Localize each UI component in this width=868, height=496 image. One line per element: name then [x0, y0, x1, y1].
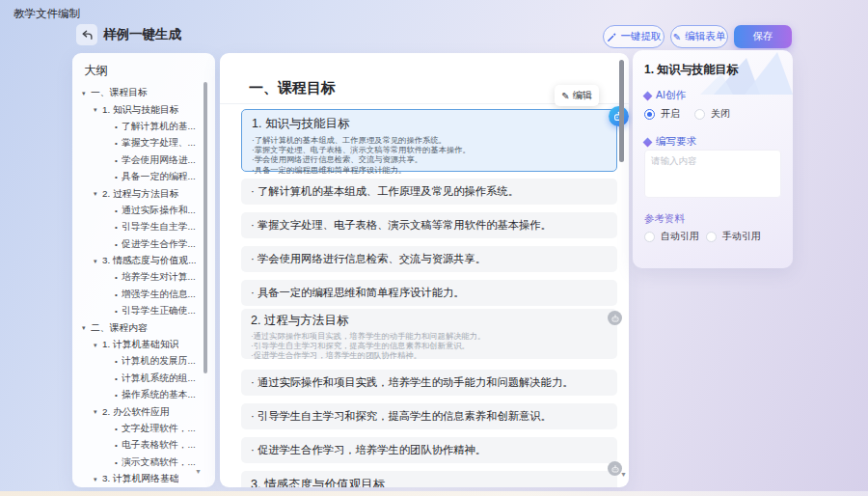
outline-item[interactable]: •演示文稿软件，...	[72, 455, 207, 471]
outline-item-label: 操作系统的基本...	[122, 389, 196, 401]
outline-item[interactable]: •学会使用网络进...	[72, 152, 207, 169]
requirement-input[interactable]	[644, 150, 781, 198]
bullet-icon: •	[115, 357, 122, 366]
chevron-down-icon[interactable]: ▾	[94, 342, 102, 349]
ai-generate-button[interactable]	[608, 311, 622, 325]
edit-form-button[interactable]: ✎ 编辑表单	[670, 25, 728, 48]
outline-item-course-content[interactable]: ▾二、课程内容	[72, 319, 207, 336]
outline-item-knowledge-goal[interactable]: ▾1. 知识与技能目标	[72, 101, 207, 118]
editor-scrollbar[interactable]	[619, 60, 624, 162]
outline-item[interactable]: •引导学生自主学...	[72, 219, 207, 235]
outline-item-label: 1. 计算机基础知识	[102, 339, 178, 351]
diamond-icon	[643, 137, 653, 147]
summary-card-title: 2. 过程与方法目标	[251, 313, 608, 329]
outline-item[interactable]: •促进学生合作学...	[72, 236, 207, 253]
bullet-icon: •	[115, 307, 122, 316]
goal-item[interactable]: · 具备一定的编程思维和简单程序设计能力。	[241, 280, 617, 306]
outline-item-computer-basics[interactable]: ▾1. 计算机基础知识	[72, 337, 207, 353]
summary-card-title: 1. 知识与技能目标	[252, 116, 607, 132]
edit-button[interactable]: ✎ 编辑	[555, 85, 599, 106]
outline-item-label: 计算机的发展历...	[122, 355, 196, 368]
outline-item[interactable]: •文字处理软件，...	[72, 421, 207, 437]
outline-item-label: 通过实际操作和...	[122, 205, 196, 217]
outline-item-network-basics[interactable]: ▾3. 计算机网络基础	[72, 471, 207, 487]
summary-card-knowledge-goal[interactable]: 1. 知识与技能目标 ·了解计算机的基本组成、工作原理及常见的操作系统。 ·掌握…	[241, 109, 617, 172]
goal-item[interactable]: · 引导学生自主学习和探究，提高学生的信息素养和创新意识。	[241, 403, 617, 429]
goal-item[interactable]: · 掌握文字处理、电子表格、演示文稿等常用软件的基本操作。	[241, 212, 617, 238]
outline-item-course-goals[interactable]: ▾一、课程目标	[72, 85, 207, 101]
back-button[interactable]	[76, 24, 97, 45]
chevron-down-icon[interactable]: ▾	[94, 408, 102, 416]
goal-item[interactable]: · 通过实际操作和项目实践，培养学生的动手能力和问题解决能力。	[241, 370, 617, 396]
goal-item[interactable]: · 学会使用网络进行信息检索、交流与资源共享。	[241, 246, 617, 272]
chevron-down-icon[interactable]: ▾	[94, 258, 102, 265]
outline-item[interactable]: •引导学生正确使...	[72, 303, 207, 319]
outline-item-label: 引导学生自主学...	[122, 221, 196, 234]
ai-creation-section-header: AI创作	[644, 89, 686, 102]
extract-button[interactable]: 一键提取	[603, 25, 665, 48]
outline-scrollbar[interactable]	[203, 82, 207, 373]
outline-item-label: 具备一定的编程...	[122, 171, 196, 183]
chevron-down-icon[interactable]: ▾	[82, 90, 91, 97]
chevron-down-icon[interactable]: ▾	[94, 476, 102, 483]
radio-icon[interactable]	[694, 109, 705, 120]
goal-item-text: · 促进学生合作学习，培养学生的团队协作精神。	[251, 443, 486, 457]
goal-item[interactable]: · 了解计算机的基本组成、工作原理及常见的操作系统。	[241, 179, 617, 205]
goal-item[interactable]: · 促进学生合作学习，培养学生的团队协作精神。	[241, 437, 617, 463]
manual-cite-option[interactable]: 手动引用	[706, 230, 761, 243]
chevron-down-icon[interactable]: ▾	[94, 190, 102, 198]
outline-item-label: 3. 计算机网络基础	[102, 473, 178, 485]
auto-cite-option[interactable]: 自动引用	[644, 230, 699, 243]
outline-tree: ▾一、课程目标 ▾1. 知识与技能目标 •了解计算机的基... •掌握文字处理、…	[72, 85, 207, 487]
chevron-down-icon[interactable]: ▾	[82, 324, 91, 332]
bullet-icon: •	[115, 207, 122, 215]
outline-item-label: 文字处理软件，...	[122, 423, 196, 435]
ai-off-radio[interactable]: 关闭	[694, 107, 730, 121]
radio-icon[interactable]	[644, 232, 655, 242]
radio-icon[interactable]	[706, 232, 717, 242]
outline-item[interactable]: •增强学生的信息...	[72, 287, 207, 303]
editor-scroll-down-icon[interactable]: ▼	[620, 471, 627, 478]
goal-item-text: · 通过实际操作和项目实践，培养学生的动手能力和问题解决能力。	[251, 375, 574, 390]
back-arrow-icon	[81, 29, 94, 41]
outline-item[interactable]: •通过实际操作和...	[72, 203, 207, 219]
outline-item[interactable]: •培养学生对计算...	[72, 269, 207, 286]
outline-title: 大纲	[84, 63, 108, 79]
bullet-icon: •	[115, 458, 122, 467]
edit-form-button-label: 编辑表单	[685, 30, 725, 43]
outline-item-label: 1. 知识与技能目标	[102, 104, 178, 117]
outline-scroll-down-icon[interactable]: ▼	[195, 468, 202, 475]
bullet-icon: •	[115, 425, 122, 433]
outline-item-label: 了解计算机的基...	[122, 121, 196, 133]
save-button[interactable]: 保存	[734, 25, 792, 48]
chevron-down-icon[interactable]: ▾	[94, 106, 102, 114]
outline-item[interactable]: •具备一定的编程...	[72, 169, 207, 185]
document-editor: 一、课程目标 ✎ 编辑 1. 知识与技能目标 ·了解计算机的基本组成、工作原理及…	[220, 53, 629, 487]
outline-item[interactable]: •计算机系统的组...	[72, 371, 207, 387]
outline-item[interactable]: •电子表格软件，...	[72, 437, 207, 454]
summary-line: ·学会使用网络进行信息检索、交流与资源共享。	[252, 154, 607, 164]
ai-on-radio[interactable]: 开启	[644, 107, 680, 121]
outline-item-affective-goal[interactable]: ▾3. 情感态度与价值观...	[72, 253, 207, 269]
summary-line: ·具备一定的编程思维和简单程序设计能力。	[252, 165, 607, 175]
outline-item[interactable]: •计算机的发展历...	[72, 353, 207, 370]
outline-item-process-goal[interactable]: ▾2. 过程与方法目标	[72, 185, 207, 202]
summary-line: ·掌握文字处理、电子表格、演示文稿等常用软件的基本操作。	[252, 145, 607, 154]
outline-item[interactable]: •操作系统的基本...	[72, 387, 207, 403]
outline-item[interactable]: •掌握文字处理、...	[72, 135, 207, 152]
outline-item-office-software[interactable]: ▾2. 办公软件应用	[72, 403, 207, 420]
ai-off-label: 关闭	[711, 107, 730, 121]
bullet-icon: •	[115, 156, 122, 165]
requirement-section-header: 编写要求	[644, 135, 696, 149]
summary-card-affective-goal[interactable]: 3. 情感态度与价值观目标	[241, 471, 617, 487]
outline-item-label: 电子表格软件，...	[122, 439, 196, 452]
page: 教学文件编制 样例一键生成 一键提取 ✎ 编辑表单 保存 大纲 ▾一、课程目标 …	[0, 0, 868, 496]
robot-icon	[610, 464, 620, 474]
outline-item[interactable]: •了解计算机的基...	[72, 119, 207, 135]
bullet-icon: •	[115, 374, 122, 383]
summary-card-process-goal[interactable]: 2. 过程与方法目标 ·通过实际操作和项目实践，培养学生的动手能力和问题解决能力…	[241, 309, 617, 359]
pencil-icon: ✎	[673, 32, 681, 42]
save-button-label: 保存	[753, 30, 773, 43]
radio-selected-icon[interactable]	[644, 109, 655, 120]
magic-wand-icon	[607, 32, 617, 42]
